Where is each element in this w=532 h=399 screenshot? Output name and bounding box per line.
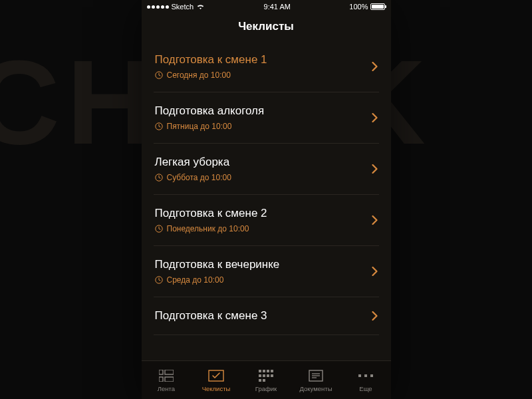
- row-text: Легкая уборкаСуббота до 10:00: [155, 156, 231, 182]
- row-text: Подготовка к смене 3: [155, 309, 267, 323]
- checklist-list[interactable]: Подготовка к смене 1Сегодня до 10:00Подг…: [142, 43, 391, 360]
- tab-label: Чеклисты: [202, 385, 231, 392]
- svg-rect-17: [271, 374, 273, 377]
- chevron-right-icon: [372, 164, 378, 174]
- svg-rect-14: [259, 374, 261, 377]
- feed-icon: [158, 368, 174, 383]
- row-due: Сегодня до 10:00: [155, 70, 267, 80]
- row-title: Подготовка к смене 2: [155, 207, 267, 220]
- tab-label: График: [255, 385, 277, 392]
- row-text: Подготовка алкоголяПятница до 10:00: [155, 104, 265, 131]
- chevron-right-icon: [372, 215, 378, 225]
- svg-rect-15: [263, 374, 265, 377]
- chevron-right-icon: [372, 311, 378, 321]
- carrier-label: Sketch: [172, 3, 194, 11]
- schedule-icon: [258, 368, 274, 383]
- row-title: Подготовка к смене 1: [155, 53, 267, 66]
- chevron-right-icon: [372, 62, 378, 71]
- checklist-row[interactable]: Подготовка к вечеринкеСреда до 10:00: [154, 246, 379, 297]
- tab-bar: ЛентаЧеклистыГрафикДокументыЕще: [142, 360, 391, 399]
- row-title: Легкая уборка: [155, 156, 231, 169]
- wifi-icon: [196, 3, 205, 10]
- tab-schedule[interactable]: График: [241, 361, 291, 399]
- checklist-row[interactable]: Подготовка к смене 1Сегодня до 10:00: [154, 43, 379, 92]
- svg-rect-11: [263, 370, 265, 372]
- documents-icon: [308, 368, 324, 383]
- clock-icon: [155, 276, 163, 284]
- row-due: Понедельник до 10:00: [155, 224, 267, 233]
- checklist-row[interactable]: Легкая уборкаСуббота до 10:00: [154, 144, 379, 195]
- battery-percent: 100%: [349, 3, 368, 11]
- status-time: 9:41 AM: [264, 3, 291, 11]
- clock-icon: [155, 225, 163, 233]
- svg-rect-7: [159, 377, 163, 382]
- svg-rect-24: [358, 374, 361, 377]
- svg-rect-13: [271, 370, 273, 372]
- svg-rect-12: [267, 370, 269, 372]
- chevron-right-icon: [372, 113, 378, 122]
- page-title: Чеклисты: [142, 13, 391, 43]
- row-due: Пятница до 10:00: [155, 122, 265, 131]
- svg-rect-26: [370, 374, 373, 377]
- svg-rect-5: [159, 370, 163, 374]
- svg-rect-18: [259, 379, 261, 382]
- row-title: Подготовка к вечеринке: [155, 258, 280, 271]
- tab-label: Лента: [158, 385, 175, 392]
- row-text: Подготовка к смене 2Понедельник до 10:00: [155, 207, 267, 233]
- more-icon: [358, 368, 374, 383]
- row-due: Суббота до 10:00: [155, 173, 231, 182]
- row-due-text: Понедельник до 10:00: [167, 224, 249, 233]
- row-text: Подготовка к вечеринкеСреда до 10:00: [155, 258, 280, 285]
- svg-rect-16: [267, 374, 269, 377]
- tab-more[interactable]: Еще: [341, 361, 391, 399]
- battery-icon: [370, 3, 385, 10]
- svg-rect-10: [259, 370, 261, 372]
- checklist-icon: [208, 368, 224, 383]
- svg-rect-25: [364, 374, 367, 377]
- chevron-right-icon: [372, 267, 378, 276]
- svg-rect-8: [165, 377, 174, 382]
- tab-label: Еще: [359, 385, 372, 392]
- tab-feed[interactable]: Лента: [142, 361, 192, 399]
- row-due-text: Суббота до 10:00: [167, 173, 231, 182]
- row-title: Подготовка к смене 3: [155, 309, 267, 323]
- phone-frame: Sketch 9:41 AM 100% Чеклисты Подготовка …: [142, 0, 391, 399]
- checklist-row[interactable]: Подготовка к смене 2Понедельник до 10:00: [154, 195, 379, 246]
- row-title: Подготовка алкоголя: [155, 104, 265, 118]
- tab-documents[interactable]: Документы: [291, 361, 341, 399]
- row-due-text: Среда до 10:00: [167, 275, 224, 285]
- tab-checklist[interactable]: Чеклисты: [192, 361, 241, 399]
- tab-label: Документы: [300, 385, 332, 392]
- row-text: Подготовка к смене 1Сегодня до 10:00: [155, 53, 267, 80]
- checklist-row[interactable]: Подготовка к смене 3: [154, 297, 379, 335]
- row-due: Среда до 10:00: [155, 275, 280, 285]
- svg-rect-19: [263, 379, 265, 382]
- status-left: Sketch: [147, 3, 205, 11]
- checklist-row[interactable]: Подготовка алкоголяПятница до 10:00: [154, 92, 379, 144]
- svg-rect-6: [165, 370, 174, 374]
- row-due-text: Пятница до 10:00: [167, 122, 232, 131]
- clock-icon: [155, 71, 163, 79]
- clock-icon: [155, 122, 163, 130]
- status-bar: Sketch 9:41 AM 100%: [142, 0, 391, 13]
- status-right: 100%: [349, 3, 385, 11]
- clock-icon: [155, 174, 163, 182]
- row-due-text: Сегодня до 10:00: [167, 70, 231, 80]
- signal-icon: [147, 5, 169, 9]
